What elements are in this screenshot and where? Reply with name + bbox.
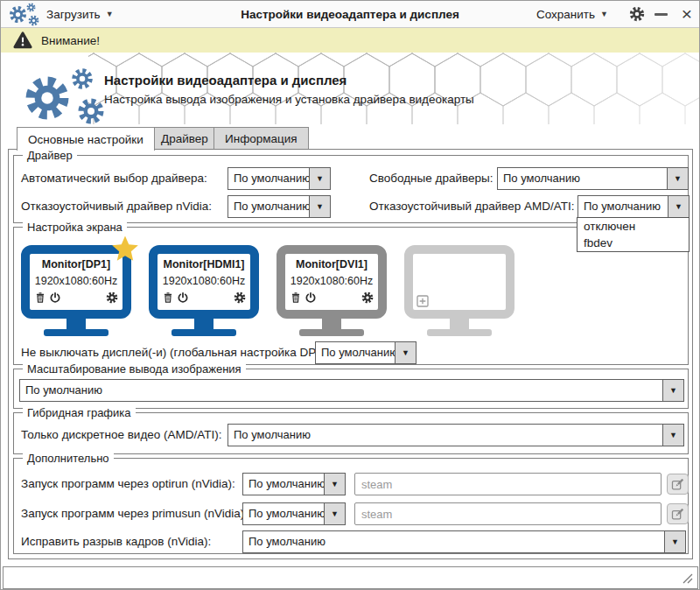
chevron-down-icon: ▼ <box>675 202 682 211</box>
add-monitor-icon[interactable] <box>416 294 430 308</box>
page-title: Настройки видеоадаптера и дисплея <box>104 73 346 88</box>
monitor-stand <box>194 319 214 329</box>
group-hybrid-legend: Гибридная графика <box>23 405 136 420</box>
combo-arrow-button[interactable]: ▼ <box>309 196 330 217</box>
monitor-stand <box>66 319 86 329</box>
power-monitor-icon[interactable] <box>177 291 189 304</box>
dropdown-option-disabled[interactable]: отключен <box>578 218 689 235</box>
free-drivers-label: Свободные драйверы: <box>369 167 493 190</box>
resize-grip[interactable] <box>680 571 694 585</box>
chevron-down-icon: ▼ <box>669 431 677 439</box>
tab-main-settings[interactable]: Основные настройки <box>17 127 155 151</box>
discrete-video-value: По умолчанию <box>228 425 662 446</box>
header-logo-gear-big-icon <box>24 74 71 122</box>
monitor-frame: Monitor[DVI1] 1920x1080:60Hz <box>276 245 387 319</box>
optirun-value: По умолчанию <box>243 474 324 495</box>
close-button[interactable]: × <box>682 2 692 26</box>
discrete-video-select[interactable]: По умолчанию ▼ <box>228 424 684 446</box>
edit-pencil-icon <box>670 507 685 522</box>
chevron-down-icon: ▼ <box>600 10 608 18</box>
header-logo-gear-medium-icon <box>77 97 105 124</box>
monitor-settings-gear-icon[interactable] <box>106 291 118 304</box>
chevron-down-icon: ▼ <box>106 10 114 18</box>
group-advanced-legend: Дополнительно <box>23 451 114 466</box>
monitor-hdmi1[interactable]: Monitor[HDMI1] 1920x1080:60Hz <box>149 245 259 336</box>
warning-triangle-icon <box>12 31 33 50</box>
settings-gear-icon[interactable] <box>629 6 645 22</box>
chevron-down-icon: ▼ <box>316 202 324 211</box>
delete-monitor-icon[interactable] <box>34 291 46 304</box>
failsafe-nvidia-label: Отказоустойчивый драйвер nVidia: <box>21 195 212 218</box>
delete-monitor-icon[interactable] <box>290 291 302 304</box>
combo-arrow-button[interactable]: ▼ <box>324 503 345 524</box>
dpms-value: По умолчанию <box>316 342 395 363</box>
primusun-app-input[interactable] <box>354 502 662 525</box>
optirun-app-input[interactable] <box>354 473 662 495</box>
group-screen-legend: Настройка экрана <box>23 220 127 235</box>
tab-driver[interactable]: Драйвер <box>150 127 220 149</box>
optirun-edit-button[interactable] <box>667 474 689 495</box>
combo-arrow-button[interactable]: ▼ <box>667 168 688 189</box>
monitor-mode: 1920x1080:60Hz <box>34 273 118 289</box>
scaling-select[interactable]: По умолчанию ▼ <box>19 379 684 402</box>
group-scaling-legend: Масштабирование вывода изображения <box>23 362 246 376</box>
failsafe-amd-label: Отказоустойчивый драйвер AMD/ATI: <box>369 195 575 218</box>
primary-star-icon <box>110 235 140 264</box>
combo-arrow-button[interactable]: ▼ <box>662 425 683 446</box>
minimize-button[interactable] <box>654 13 668 16</box>
primusun-select[interactable]: По умолчанию ▼ <box>242 502 346 525</box>
monitor-frame <box>404 245 514 319</box>
free-drivers-value: По умолчанию <box>498 168 667 189</box>
combo-arrow-button[interactable]: ▼ <box>309 168 330 189</box>
load-button[interactable]: Загрузить ▼ <box>46 1 114 27</box>
status-bar <box>3 566 698 589</box>
combo-arrow-button[interactable]: ▼ <box>664 531 685 552</box>
monitor-settings-gear-icon[interactable] <box>361 291 374 304</box>
failsafe-amd-select[interactable]: По умолчанию ▼ <box>578 195 690 218</box>
combo-arrow-button[interactable]: ▼ <box>662 380 683 401</box>
delete-monitor-icon[interactable] <box>162 291 174 304</box>
auto-driver-select[interactable]: По умолчанию ▼ <box>228 167 331 190</box>
monitor-name: Monitor[DVI1] <box>290 256 374 273</box>
power-monitor-icon[interactable] <box>304 291 317 304</box>
failsafe-amd-dropdown: отключен fbdev <box>577 217 690 252</box>
group-scaling: Масштабирование вывода изображения По ум… <box>13 369 689 409</box>
primusun-label: Запуск программ через primusun (nVidia): <box>21 502 248 525</box>
warning-text: Внимание! <box>41 28 100 53</box>
page-header: Настройки видеоадаптера и дисплея Настро… <box>1 53 699 124</box>
primusun-edit-button[interactable] <box>667 503 689 524</box>
monitor-stand <box>450 319 469 329</box>
monitor-dvi1[interactable]: Monitor[DVI1] 1920x1080:60Hz <box>276 245 387 336</box>
monitor-settings-gear-icon[interactable] <box>234 291 246 304</box>
app-window: Загрузить ▼ Настройки видеоадаптера и ди… <box>0 0 700 590</box>
auto-driver-label: Автоматический выбор драйвера: <box>21 167 207 190</box>
group-hybrid: Гибридная графика Только дискретное виде… <box>13 412 689 454</box>
title-bar: Загрузить ▼ Настройки видеоадаптера и ди… <box>1 1 699 28</box>
monitor-dp1[interactable]: Monitor[DP1] 1920x1080:60Hz <box>21 245 131 336</box>
monitor-mode: 1920x1080:60Hz <box>162 273 246 289</box>
group-driver: Драйвер Автоматический выбор драйвера: П… <box>13 155 689 223</box>
tab-information[interactable]: Информация <box>214 127 309 149</box>
primusun-value: По умолчанию <box>243 503 324 524</box>
tearing-value: По умолчанию <box>243 531 664 552</box>
power-monitor-icon[interactable] <box>49 291 61 304</box>
tearing-select[interactable]: По умолчанию ▼ <box>242 530 686 553</box>
dropdown-option-fbdev[interactable]: fbdev <box>578 235 689 251</box>
auto-driver-value: По умолчанию <box>228 168 309 189</box>
app-logo-gears-icon <box>8 3 43 26</box>
free-drivers-select[interactable]: По умолчанию ▼ <box>497 167 689 190</box>
optirun-select[interactable]: По умолчанию ▼ <box>242 473 346 495</box>
dpms-select[interactable]: По умолчанию ▼ <box>315 341 416 364</box>
warning-bar: Внимание! <box>1 28 699 53</box>
monitor-add-placeholder[interactable] <box>404 245 514 336</box>
combo-arrow-button[interactable]: ▼ <box>668 196 689 217</box>
combo-arrow-button[interactable]: ▼ <box>324 474 345 495</box>
monitor-mode: 1920x1080:60Hz <box>290 273 374 289</box>
chevron-down-icon: ▼ <box>331 480 339 488</box>
page-subtitle: Настройка вывода изображения и установка… <box>104 93 474 106</box>
discrete-video-label: Только дискретное видео (AMD/ATI): <box>21 424 222 446</box>
combo-arrow-button[interactable]: ▼ <box>395 342 416 363</box>
save-button[interactable]: Сохранить ▼ <box>536 1 608 27</box>
header-logo-gear-small-icon <box>71 67 94 90</box>
failsafe-nvidia-select[interactable]: По умолчанию ▼ <box>228 195 331 218</box>
